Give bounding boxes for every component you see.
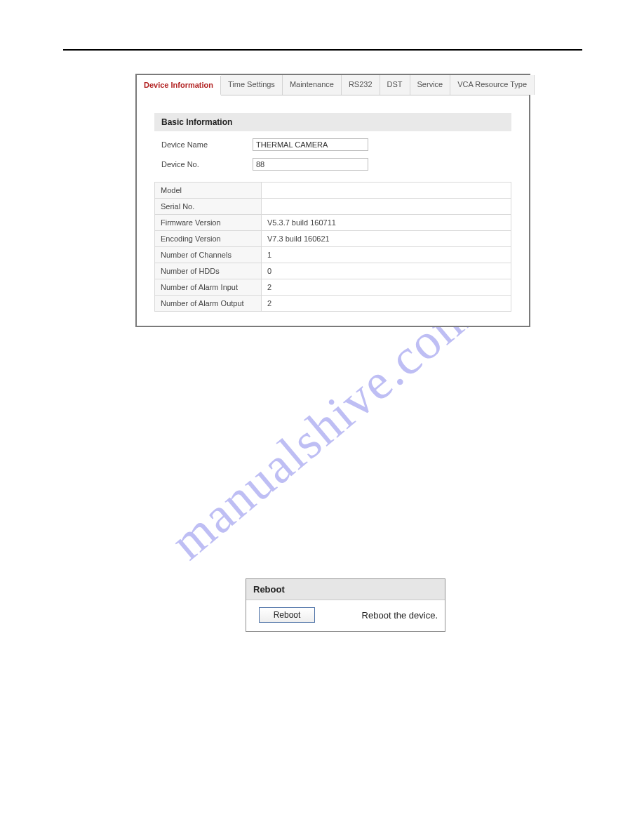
device-no-label: Device No.	[154, 160, 253, 168]
info-key-model: Model	[155, 183, 262, 199]
tab-dst[interactable]: DST	[380, 75, 410, 95]
reboot-button[interactable]: Reboot	[259, 607, 315, 623]
tab-maintenance[interactable]: Maintenance	[283, 75, 342, 95]
info-key-encoding: Encoding Version	[155, 231, 262, 247]
info-value-alarm-in: 2	[262, 279, 511, 296]
info-table: Model Serial No. Firmware Version V5.3.7…	[154, 182, 511, 312]
tab-device-information[interactable]: Device Information	[137, 76, 221, 95]
info-key-alarm-in: Number of Alarm Input	[155, 279, 262, 296]
reboot-panel: Reboot Reboot Reboot the device.	[246, 578, 445, 632]
horizontal-rule	[63, 49, 582, 51]
reboot-description: Reboot the device.	[362, 610, 438, 621]
info-value-firmware: V5.3.7 build 160711	[262, 215, 511, 231]
tab-vca-resource-type[interactable]: VCA Resource Type	[450, 75, 535, 95]
device-name-input[interactable]	[253, 138, 368, 151]
info-key-serial: Serial No.	[155, 199, 262, 215]
table-row: Number of Alarm Output 2	[155, 296, 511, 312]
info-key-firmware: Firmware Version	[155, 215, 262, 231]
info-value-encoding: V7.3 build 160621	[262, 231, 511, 247]
device-no-input[interactable]	[253, 158, 368, 171]
reboot-header: Reboot	[246, 579, 445, 600]
device-info-panel: Device Information Time Settings Mainten…	[135, 74, 530, 327]
info-value-alarm-out: 2	[262, 296, 511, 312]
tab-time-settings[interactable]: Time Settings	[221, 75, 283, 95]
tab-service[interactable]: Service	[410, 75, 451, 95]
device-no-row: Device No.	[154, 158, 511, 171]
info-value-hdds: 0	[262, 263, 511, 279]
info-value-channels: 1	[262, 247, 511, 263]
panel-body: Basic Information Device Name Device No.…	[137, 95, 529, 326]
info-value-model	[262, 183, 511, 199]
info-value-serial	[262, 199, 511, 215]
table-row: Encoding Version V7.3 build 160621	[155, 231, 511, 247]
table-row: Serial No.	[155, 199, 511, 215]
document-page: manualshive.com Device Information Time …	[0, 0, 644, 834]
info-key-alarm-out: Number of Alarm Output	[155, 296, 262, 312]
reboot-body: Reboot Reboot the device.	[246, 600, 445, 631]
table-row: Firmware Version V5.3.7 build 160711	[155, 215, 511, 231]
watermark-text: manualshive.com	[160, 285, 485, 571]
device-name-label: Device Name	[154, 140, 253, 149]
tab-bar: Device Information Time Settings Mainten…	[137, 75, 529, 95]
table-row: Model	[155, 183, 511, 199]
table-row: Number of HDDs 0	[155, 263, 511, 279]
table-row: Number of Channels 1	[155, 247, 511, 263]
device-name-row: Device Name	[154, 138, 511, 151]
info-key-hdds: Number of HDDs	[155, 263, 262, 279]
table-row: Number of Alarm Input 2	[155, 279, 511, 296]
info-key-channels: Number of Channels	[155, 247, 262, 263]
tab-rs232[interactable]: RS232	[342, 75, 380, 95]
basic-information-header: Basic Information	[154, 113, 511, 131]
